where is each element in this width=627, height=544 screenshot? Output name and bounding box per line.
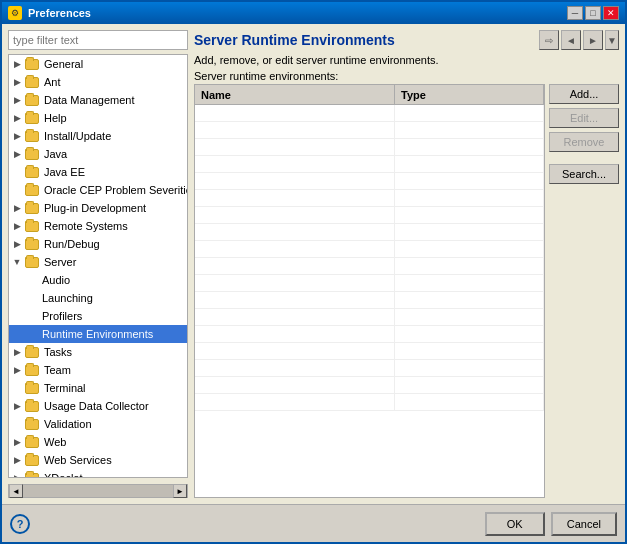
tree-item-web-services[interactable]: ▶Web Services — [9, 451, 187, 469]
tree-item-label: Web Services — [44, 452, 112, 468]
table-cell-name — [195, 190, 395, 206]
expand-icon: ▶ — [11, 112, 23, 124]
table-cell-type — [395, 173, 544, 189]
table-row — [195, 292, 544, 309]
table-row — [195, 360, 544, 377]
window-title: Preferences — [28, 7, 561, 19]
tree-item-label: Java — [44, 146, 67, 162]
tree-item-java-ee[interactable]: Java EE — [9, 163, 187, 181]
tree-item-xdoclet[interactable]: ▶XDoclet — [9, 469, 187, 478]
folder-icon — [25, 383, 39, 394]
tree-item-remote-systems[interactable]: ▶Remote Systems — [9, 217, 187, 235]
table-cell-name — [195, 394, 395, 410]
tree-item-label: Ant — [44, 74, 61, 90]
table-cell-name — [195, 258, 395, 274]
nav-forward-button[interactable]: ⇨ — [539, 30, 559, 50]
tree-item-web[interactable]: ▶Web — [9, 433, 187, 451]
tree-item-label: Install/Update — [44, 128, 111, 144]
tree-item-tasks[interactable]: ▶Tasks — [9, 343, 187, 361]
bottom-buttons: OK Cancel — [485, 512, 617, 536]
tree-item-plugin-dev[interactable]: ▶Plug-in Development — [9, 199, 187, 217]
tree-item-label: Launching — [42, 290, 93, 306]
folder-icon — [25, 95, 39, 106]
table-cell-type — [395, 207, 544, 223]
tree-item-runtime-envs[interactable]: Runtime Environments — [9, 325, 187, 343]
right-panel: Server Runtime Environments ⇨ ◄ ► ▼ Add,… — [194, 30, 619, 498]
help-button[interactable]: ? — [10, 514, 30, 534]
table-cell-type — [395, 122, 544, 138]
tree-item-run-debug[interactable]: ▶Run/Debug — [9, 235, 187, 253]
panel-title: Server Runtime Environments — [194, 32, 395, 48]
tree-item-label: Data Management — [44, 92, 135, 108]
nav-dropdown-button[interactable]: ▼ — [605, 30, 619, 50]
col-name-header: Name — [195, 85, 395, 104]
nav-forward2-button[interactable]: ► — [583, 30, 603, 50]
leaf-icon — [25, 310, 37, 322]
table-cell-type — [395, 394, 544, 410]
tree-item-label: Oracle CEP Problem Severities — [44, 182, 188, 198]
table-cell-type — [395, 190, 544, 206]
tree-item-general[interactable]: ▶General — [9, 55, 187, 73]
tree-item-validation[interactable]: Validation — [9, 415, 187, 433]
tree-item-team[interactable]: ▶Team — [9, 361, 187, 379]
folder-icon — [25, 437, 39, 448]
tree-item-usage-data[interactable]: ▶Usage Data Collector — [9, 397, 187, 415]
tree-item-audio[interactable]: Audio — [9, 271, 187, 289]
tree-item-data-management[interactable]: ▶Data Management — [9, 91, 187, 109]
scroll-right-arrow[interactable]: ► — [173, 484, 187, 498]
expand-icon: ▶ — [11, 400, 23, 412]
table-row — [195, 275, 544, 292]
table-cell-name — [195, 241, 395, 257]
table-row — [195, 343, 544, 360]
tree-item-label: Web — [44, 434, 66, 450]
close-button[interactable]: ✕ — [603, 6, 619, 20]
env-label: Server runtime environments: — [194, 70, 619, 82]
folder-icon — [25, 473, 39, 479]
tree-item-label: General — [44, 56, 83, 72]
cancel-button[interactable]: Cancel — [551, 512, 617, 536]
leaf-icon — [11, 382, 23, 394]
tree-item-oracle-cep[interactable]: Oracle CEP Problem Severities — [9, 181, 187, 199]
maximize-button[interactable]: □ — [585, 6, 601, 20]
folder-icon — [25, 77, 39, 88]
tree-item-terminal[interactable]: Terminal — [9, 379, 187, 397]
table-cell-type — [395, 326, 544, 342]
leaf-icon — [25, 328, 37, 340]
nav-back-button[interactable]: ◄ — [561, 30, 581, 50]
tree-item-label: Plug-in Development — [44, 200, 146, 216]
tree-item-profilers[interactable]: Profilers — [9, 307, 187, 325]
filter-input[interactable] — [8, 30, 188, 50]
scroll-left-arrow[interactable]: ◄ — [9, 484, 23, 498]
tree-item-ant[interactable]: ▶Ant — [9, 73, 187, 91]
folder-icon — [25, 185, 39, 196]
expand-icon: ▶ — [11, 94, 23, 106]
edit-button[interactable]: Edit... — [549, 108, 619, 128]
bottom-bar: ? OK Cancel — [2, 504, 625, 542]
expand-icon: ▶ — [11, 364, 23, 376]
table-cell-name — [195, 309, 395, 325]
tree-item-help[interactable]: ▶Help — [9, 109, 187, 127]
horizontal-scrollbar[interactable]: ◄ ► — [8, 484, 188, 498]
table-cell-type — [395, 105, 544, 121]
ok-button[interactable]: OK — [485, 512, 545, 536]
expand-icon: ▶ — [11, 346, 23, 358]
add-button[interactable]: Add... — [549, 84, 619, 104]
expand-icon: ▶ — [11, 76, 23, 88]
tree-item-install-update[interactable]: ▶Install/Update — [9, 127, 187, 145]
folder-icon — [25, 203, 39, 214]
folder-icon — [25, 257, 39, 268]
search-button[interactable]: Search... — [549, 164, 619, 184]
table-row — [195, 326, 544, 343]
minimize-button[interactable]: ─ — [567, 6, 583, 20]
table-cell-name — [195, 156, 395, 172]
tree-item-label: Tasks — [44, 344, 72, 360]
scroll-track[interactable] — [23, 485, 173, 497]
table-cell-type — [395, 309, 544, 325]
table-cell-type — [395, 258, 544, 274]
tree-item-launching[interactable]: Launching — [9, 289, 187, 307]
leaf-icon — [11, 184, 23, 196]
tree-item-java[interactable]: ▶Java — [9, 145, 187, 163]
tree-item-server[interactable]: ▼Server — [9, 253, 187, 271]
preferences-window: ⚙ Preferences ─ □ ✕ ▶General▶Ant▶Data Ma… — [0, 0, 627, 544]
remove-button[interactable]: Remove — [549, 132, 619, 152]
